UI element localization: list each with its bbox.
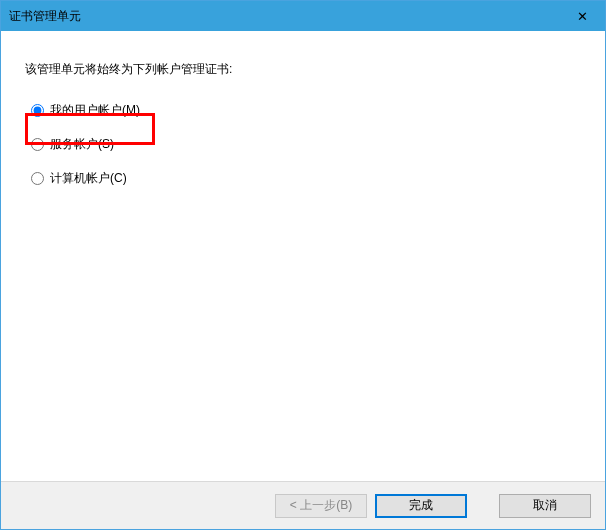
footer: < 上一步(B) 完成 取消	[1, 481, 605, 529]
option-computer-account[interactable]: 计算机帐户(C)	[31, 168, 581, 188]
finish-button[interactable]: 完成	[375, 494, 467, 518]
account-options: 我的用户帐户(M) 服务帐户(S) 计算机帐户(C)	[31, 100, 581, 188]
cancel-button[interactable]: 取消	[499, 494, 591, 518]
label-computer-account: 计算机帐户(C)	[50, 170, 127, 187]
radio-service-account[interactable]	[31, 138, 44, 151]
close-button[interactable]: ✕	[560, 1, 605, 31]
option-my-user-account[interactable]: 我的用户帐户(M)	[31, 100, 581, 120]
prompt-text: 该管理单元将始终为下列帐户管理证书:	[25, 61, 581, 78]
label-my-user-account: 我的用户帐户(M)	[50, 102, 140, 119]
close-icon: ✕	[577, 9, 588, 24]
content-area: 该管理单元将始终为下列帐户管理证书: 我的用户帐户(M) 服务帐户(S) 计算机…	[1, 31, 605, 481]
label-service-account: 服务帐户(S)	[50, 136, 114, 153]
radio-computer-account[interactable]	[31, 172, 44, 185]
option-service-account[interactable]: 服务帐户(S)	[31, 134, 581, 154]
titlebar: 证书管理单元 ✕	[1, 1, 605, 31]
back-button[interactable]: < 上一步(B)	[275, 494, 367, 518]
radio-my-user-account[interactable]	[31, 104, 44, 117]
window-title: 证书管理单元	[9, 8, 81, 25]
